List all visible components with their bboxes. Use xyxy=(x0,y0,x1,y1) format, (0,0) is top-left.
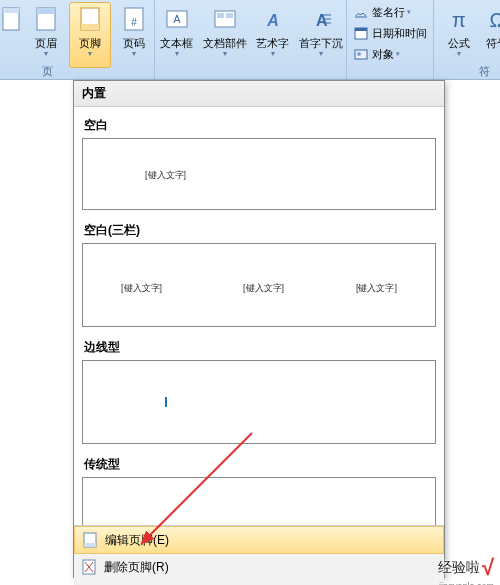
svg-rect-21 xyxy=(355,50,367,59)
template-title-classic: 传统型 xyxy=(82,450,436,477)
date-time-label: 日期和时间 xyxy=(372,26,427,41)
footer-gallery-dropdown: 内置 空白 [键入文字] 空白(三栏) [键入文字] [键入文字] [键入文字]… xyxy=(73,80,445,578)
svg-rect-5 xyxy=(81,24,99,30)
svg-text:#: # xyxy=(131,17,137,28)
wordart-button[interactable]: A 艺术字 ▾ xyxy=(252,2,294,68)
chevron-down-icon: ▾ xyxy=(175,49,179,58)
edit-footer-label: 编辑页脚(E) xyxy=(105,532,169,549)
equation-button[interactable]: π 公式 ▾ xyxy=(438,2,480,68)
ribbon-group-symbols: π 公式 ▾ Ω 符号 符 xyxy=(433,0,500,79)
remove-footer-icon xyxy=(80,558,98,576)
dropcap-label: 首字下沉 xyxy=(299,37,343,49)
watermark-url: jingyanla.com xyxy=(439,581,494,585)
equation-label: 公式 xyxy=(448,37,470,49)
group-label: 页 xyxy=(42,64,53,79)
placeholder-text: [键入文字] xyxy=(356,282,397,295)
svg-rect-12 xyxy=(226,13,233,18)
object-icon xyxy=(353,46,369,62)
placeholder-text: [键入文字] xyxy=(121,282,162,295)
page-number-label: 页码 xyxy=(123,37,145,49)
edit-footer-menu-item[interactable]: 编辑页脚(E) xyxy=(74,526,444,554)
gallery-section-header: 内置 xyxy=(74,81,444,107)
header-icon xyxy=(32,5,60,35)
header-label: 页眉 xyxy=(35,37,57,49)
date-time-button[interactable]: 日期和时间 xyxy=(349,23,431,43)
template-edge[interactable] xyxy=(82,360,436,444)
edit-footer-icon xyxy=(81,531,99,549)
calendar-icon xyxy=(353,25,369,41)
quick-parts-button[interactable]: 文档部件 ▾ xyxy=(200,2,250,68)
watermark: 经验啦 √ jingyanla.com xyxy=(438,555,494,581)
cursor-mark xyxy=(165,397,167,407)
quick-parts-label: 文档部件 xyxy=(203,37,247,49)
check-icon: √ xyxy=(482,555,494,581)
svg-text:A: A xyxy=(266,12,279,29)
remove-footer-label: 删除页脚(R) xyxy=(104,559,169,576)
wordart-label: 艺术字 xyxy=(256,37,289,49)
chevron-down-icon: ▾ xyxy=(396,50,400,58)
svg-rect-11 xyxy=(217,13,224,18)
quick-parts-icon xyxy=(211,5,239,35)
footer-button[interactable]: 页脚 ▾ xyxy=(69,2,111,68)
template-blank-3col[interactable]: [键入文字] [键入文字] [键入文字] xyxy=(82,243,436,327)
page-number-icon: # xyxy=(120,5,148,35)
chevron-down-icon: ▾ xyxy=(88,49,92,58)
svg-text:π: π xyxy=(452,9,466,31)
ribbon-gutter xyxy=(0,2,23,68)
footer-label: 页脚 xyxy=(79,37,101,49)
svg-rect-3 xyxy=(37,8,55,14)
textbox-icon: A xyxy=(163,5,191,35)
dropcap-button[interactable]: A 首字下沉 ▾ xyxy=(296,2,346,68)
svg-rect-26 xyxy=(84,543,96,547)
dropcap-icon: A xyxy=(307,5,335,35)
header-button[interactable]: 页眉 ▾ xyxy=(25,2,67,68)
chevron-down-icon: ▾ xyxy=(407,8,411,16)
chevron-down-icon: ▾ xyxy=(223,49,227,58)
placeholder-text: [键入文字] xyxy=(145,169,186,182)
ribbon: 页眉 ▾ 页脚 ▾ # 页码 ▾ 页 A xyxy=(0,0,500,80)
template-title-blank: 空白 xyxy=(82,111,436,138)
object-button[interactable]: 对象 ▾ xyxy=(349,44,431,64)
gallery-footer-menu: 编辑页脚(E) 删除页脚(R) 将所选内容保存到页脚库(S)... xyxy=(74,525,444,585)
equation-icon: π xyxy=(445,5,473,35)
footer-icon xyxy=(76,5,104,35)
watermark-brand: 经验啦 xyxy=(438,559,480,577)
svg-point-22 xyxy=(357,52,361,56)
save-to-gallery-menu-item: 将所选内容保存到页脚库(S)... xyxy=(74,580,444,585)
chevron-down-icon: ▾ xyxy=(319,49,323,58)
chevron-down-icon: ▾ xyxy=(271,49,275,58)
chevron-down-icon: ▾ xyxy=(132,49,136,58)
placeholder-text: [键入文字] xyxy=(243,282,284,295)
ribbon-group-header-footer: 页眉 ▾ 页脚 ▾ # 页码 ▾ 页 xyxy=(0,0,155,79)
ribbon-group-insert-misc: 签名行 ▾ 日期和时间 对象 ▾ xyxy=(347,0,433,79)
chevron-down-icon: ▾ xyxy=(457,49,461,58)
svg-text:Ω: Ω xyxy=(490,9,500,31)
doc-icon xyxy=(0,5,25,35)
template-classic[interactable]: 1 xyxy=(82,477,436,525)
textbox-button[interactable]: A 文本框 ▾ xyxy=(156,2,198,68)
object-label: 对象 xyxy=(372,47,394,62)
ribbon-group-text: A 文本框 ▾ 文档部件 ▾ A 艺术字 ▾ A xyxy=(155,0,347,79)
template-blank[interactable]: [键入文字] xyxy=(82,138,436,210)
template-title-edge: 边线型 xyxy=(82,333,436,360)
signature-icon xyxy=(353,4,369,20)
svg-rect-20 xyxy=(355,28,367,31)
remove-footer-menu-item[interactable]: 删除页脚(R) xyxy=(74,554,444,580)
group-label: 符 xyxy=(479,64,490,79)
chevron-down-icon: ▾ xyxy=(44,49,48,58)
symbol-button[interactable]: Ω 符号 xyxy=(482,2,500,68)
svg-rect-1 xyxy=(3,8,19,13)
signature-line-button[interactable]: 签名行 ▾ xyxy=(349,2,431,22)
symbol-icon: Ω xyxy=(483,5,500,35)
page-number-button[interactable]: # 页码 ▾ xyxy=(113,2,155,68)
svg-text:A: A xyxy=(173,13,181,25)
gallery-scroll-area[interactable]: 空白 [键入文字] 空白(三栏) [键入文字] [键入文字] [键入文字] 边线… xyxy=(74,107,444,525)
template-title-blank3: 空白(三栏) xyxy=(82,216,436,243)
wordart-icon: A xyxy=(259,5,287,35)
signature-label: 签名行 xyxy=(372,5,405,20)
textbox-label: 文本框 xyxy=(160,37,193,49)
symbol-label: 符号 xyxy=(486,37,500,49)
